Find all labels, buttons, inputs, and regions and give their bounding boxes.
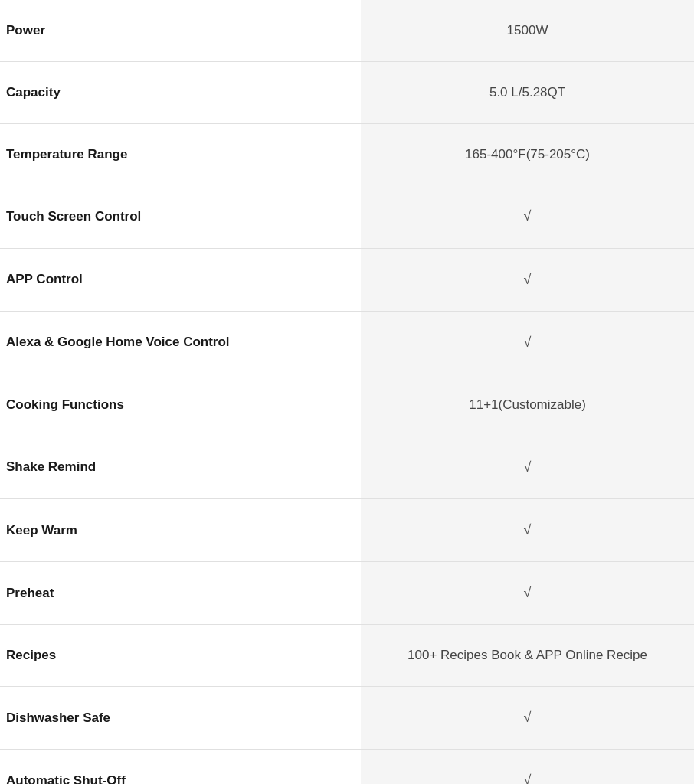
spec-value: √ [361,498,694,561]
spec-value: √ [361,687,694,750]
spec-label: Cooking Functions [0,374,361,436]
table-row: Keep Warm√ [0,498,694,561]
checkmark-icon: √ [524,208,532,224]
spec-value: √ [361,311,694,374]
spec-label: Temperature Range [0,123,361,185]
spec-value: 5.0 L/5.28QT [361,61,694,123]
table-row: Dishwasher Safe√ [0,687,694,750]
spec-label: Recipes [0,625,361,687]
spec-value: 1500W [361,0,694,61]
spec-value: 165-400°F(75-205°C) [361,123,694,185]
checkmark-icon: √ [524,272,532,287]
spec-label: Capacity [0,61,361,123]
table-row: Temperature Range165-400°F(75-205°C) [0,123,694,185]
spec-value: 100+ Recipes Book & APP Online Recipe [361,625,694,687]
checkmark-icon: √ [524,335,532,350]
table-row: Touch Screen Control√ [0,185,694,248]
spec-value: √ [361,562,694,625]
checkmark-icon: √ [524,522,532,537]
checkmark-icon: √ [524,710,532,725]
table-row: Capacity5.0 L/5.28QT [0,61,694,123]
table-row: APP Control√ [0,248,694,311]
spec-label: APP Control [0,248,361,311]
spec-label: Automatic Shut-Off [0,750,361,784]
spec-label: Touch Screen Control [0,185,361,248]
table-row: Power1500W [0,0,694,61]
spec-value: 11+1(Customizable) [361,374,694,436]
spec-label: Dishwasher Safe [0,687,361,750]
table-row: Shake Remind√ [0,436,694,498]
spec-value: √ [361,248,694,311]
spec-label: Keep Warm [0,498,361,561]
table-row: Alexa & Google Home Voice Control√ [0,311,694,374]
spec-value: √ [361,436,694,498]
table-row: Recipes100+ Recipes Book & APP Online Re… [0,625,694,687]
spec-label: Power [0,0,361,61]
spec-label: Preheat [0,562,361,625]
table-row: Preheat√ [0,562,694,625]
spec-value: √ [361,750,694,784]
table-row: Automatic Shut-Off√ [0,750,694,784]
table-row: Cooking Functions11+1(Customizable) [0,374,694,436]
checkmark-icon: √ [524,459,532,475]
spec-value: √ [361,185,694,248]
checkmark-icon: √ [524,773,532,784]
checkmark-icon: √ [524,585,532,600]
spec-label: Shake Remind [0,436,361,498]
spec-label: Alexa & Google Home Voice Control [0,311,361,374]
spec-table: Power1500WCapacity5.0 L/5.28QTTemperatur… [0,0,694,784]
